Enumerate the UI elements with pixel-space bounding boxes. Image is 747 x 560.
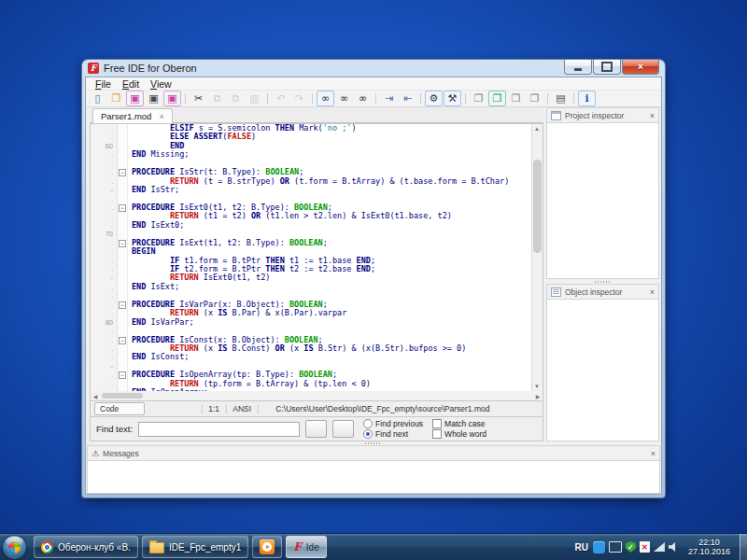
file-path: C:\Users\User\Desktop\IDE_Fpc_empty\sour… [275, 404, 489, 413]
code-line: .END IsConst; [91, 353, 531, 361]
clock[interactable]: 22:10 27.10.2016 [684, 538, 735, 556]
radio-option-2[interactable]: Find next [363, 430, 423, 439]
view-window-3-button[interactable]: ❐ [526, 91, 543, 106]
fold-collapse-icon[interactable] [119, 240, 126, 247]
radio-icon[interactable] [363, 419, 373, 428]
radio-icon[interactable] [363, 429, 373, 439]
undo-button[interactable]: ↶ [272, 91, 289, 106]
view-window-1-button[interactable]: ❐ [470, 91, 487, 106]
messages-header[interactable]: ⚠ Messages × [87, 445, 660, 461]
project-inspector-body[interactable] [546, 123, 659, 279]
checkbox-option-1[interactable]: Match case [432, 420, 486, 428]
menu-edit[interactable]: Edit [117, 78, 145, 90]
taskbar-button-player[interactable] [252, 536, 282, 558]
redo-button[interactable]: ↷ [290, 91, 308, 106]
taskbar-button-ide[interactable]: FIde [286, 536, 326, 558]
tab-close-icon[interactable]: × [159, 112, 163, 121]
build-gear-button[interactable]: ⚙ [425, 91, 443, 106]
print-icon: ▤ [556, 93, 565, 104]
code-editor[interactable]: . ELSIF s = S.semicolon THEN Mark('no ;'… [90, 123, 543, 391]
save-as-button[interactable]: ▣ [163, 91, 181, 106]
taskbar-button-folder[interactable]: IDE_Fpc_empty1 [142, 536, 248, 558]
find-next-button[interactable]: ∞ [335, 91, 353, 106]
checkbox-icon[interactable] [432, 419, 442, 428]
code-line: .PROCEDURE IsStr(t: B.Type): BOOLEAN; [91, 168, 531, 176]
vertical-scrollbar[interactable] [531, 124, 543, 391]
volume-icon[interactable] [669, 541, 679, 553]
fold-collapse-icon[interactable] [119, 301, 126, 309]
fold-margin [117, 133, 128, 141]
horizontal-scrollbar[interactable] [90, 391, 543, 400]
code-line: - [91, 362, 531, 371]
save-all-button[interactable]: ▣ [145, 91, 162, 106]
code-line: . ELSIF s = S.semicolon THEN Mark('no ;'… [91, 124, 531, 133]
close-button[interactable]: × [622, 60, 659, 75]
copy-button[interactable]: ⧉ [208, 91, 226, 106]
find-previous-button[interactable]: ∞ [354, 91, 372, 106]
taskbar-button-chrome[interactable]: Оберон-клуб «В... [34, 536, 138, 558]
statusbar-separator: | [201, 404, 203, 413]
project-inspector-header[interactable]: Project inspector × [546, 107, 659, 123]
scroll-down-arrow-icon[interactable] [532, 382, 542, 391]
view-window-2-button[interactable]: ❐ [507, 91, 525, 106]
save-button[interactable]: ▣ [126, 91, 144, 106]
messages-close-icon[interactable]: × [651, 449, 655, 458]
code-text: RETURN (x IS B.Const) OR (x IS B.Str) & … [128, 344, 531, 353]
fold-margin [117, 160, 128, 168]
help-about-button[interactable]: ℹ [578, 91, 596, 106]
tools-wrench-button[interactable]: ⚒ [444, 91, 461, 106]
code-text: ELSE ASSERT(FALSE) [128, 133, 531, 141]
menu-view[interactable]: View [145, 78, 177, 90]
network-icon[interactable] [654, 542, 665, 552]
checkbox-option-2[interactable]: Whole word [432, 430, 486, 439]
object-inspector-body[interactable] [546, 300, 659, 441]
maximize-button[interactable] [593, 60, 621, 75]
scroll-right-arrow-icon[interactable] [533, 393, 543, 399]
messages-body[interactable] [87, 461, 660, 494]
display-icon[interactable] [609, 541, 622, 553]
open-file-button[interactable]: ❒ [107, 91, 125, 106]
messenger-icon[interactable] [593, 541, 605, 553]
scroll-left-arrow-icon[interactable] [91, 393, 100, 399]
language-indicator[interactable]: RU [575, 542, 588, 553]
flag-alert-icon[interactable]: ✕ [640, 541, 650, 553]
find-text-input[interactable] [138, 422, 300, 437]
fold-collapse-icon[interactable] [119, 371, 126, 379]
gutter-marker: . [91, 133, 117, 141]
minimize-button[interactable] [564, 60, 592, 75]
mode-selector[interactable]: Code [94, 402, 145, 415]
find-button[interactable]: ∞ [317, 91, 334, 106]
find-button-2[interactable] [332, 420, 354, 438]
show-desktop-button[interactable] [740, 534, 747, 560]
new-file-button[interactable]: ▯ [89, 91, 106, 106]
vertical-scrollbar-thumb[interactable] [533, 160, 542, 253]
find-button-1[interactable] [305, 420, 327, 438]
code-lines[interactable]: . ELSIF s = S.semicolon THEN Mark('no ;'… [91, 124, 531, 391]
print-button[interactable]: ▤ [552, 91, 570, 106]
radio-option-1[interactable]: Find previous [363, 420, 423, 428]
desktop-background: F Free IDE for Oberon × FileEditView ▯❒▣… [0, 0, 747, 560]
gutter-marker: 60 [91, 142, 117, 150]
project-inspector-close-icon[interactable]: × [650, 111, 655, 120]
tab-parser1-mod[interactable]: Parser1.mod × [92, 108, 173, 123]
fold-collapse-icon[interactable] [119, 169, 126, 176]
unindent-button[interactable]: ⇤ [399, 91, 416, 106]
start-button[interactable] [3, 536, 26, 559]
delete-button[interactable]: ▥ [246, 91, 263, 106]
window-client-area: FileEditView ▯❒▣▣▣✂⧉⧉▥↶↷∞∞∞⇥⇤⚙⚒❐❐❐❐▤ℹ Pa… [85, 77, 662, 495]
fold-collapse-icon[interactable] [119, 204, 126, 212]
window-titlebar[interactable]: F Free IDE for Oberon × [82, 60, 665, 77]
indent-button[interactable]: ⇥ [380, 91, 398, 106]
horizontal-scrollbar-thumb[interactable] [102, 393, 143, 399]
scroll-up-arrow-icon[interactable] [532, 124, 542, 133]
checkbox-icon[interactable] [432, 429, 442, 439]
fold-collapse-icon[interactable] [119, 337, 126, 344]
object-inspector-title: Object inspector [565, 287, 622, 297]
shield-check-icon[interactable]: ✓ [626, 541, 636, 553]
paste-button[interactable]: ⧉ [227, 91, 245, 106]
object-inspector-close-icon[interactable]: × [650, 287, 655, 297]
object-inspector-header[interactable]: Object inspector × [546, 284, 659, 300]
cut-button[interactable]: ✂ [190, 91, 207, 106]
run-button[interactable]: ❐ [488, 91, 506, 106]
menu-file[interactable]: File [90, 78, 117, 90]
